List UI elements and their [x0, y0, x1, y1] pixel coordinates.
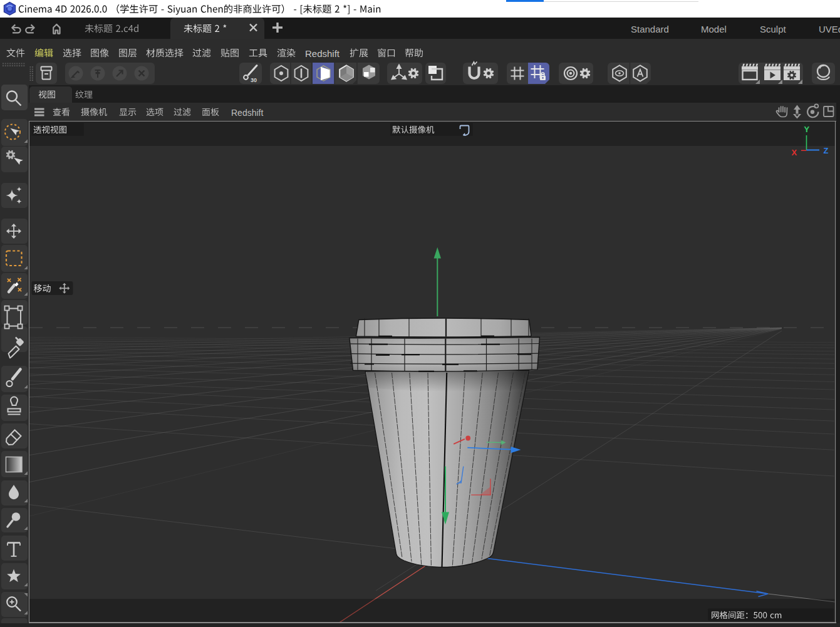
- svg-text:30: 30: [251, 77, 257, 83]
